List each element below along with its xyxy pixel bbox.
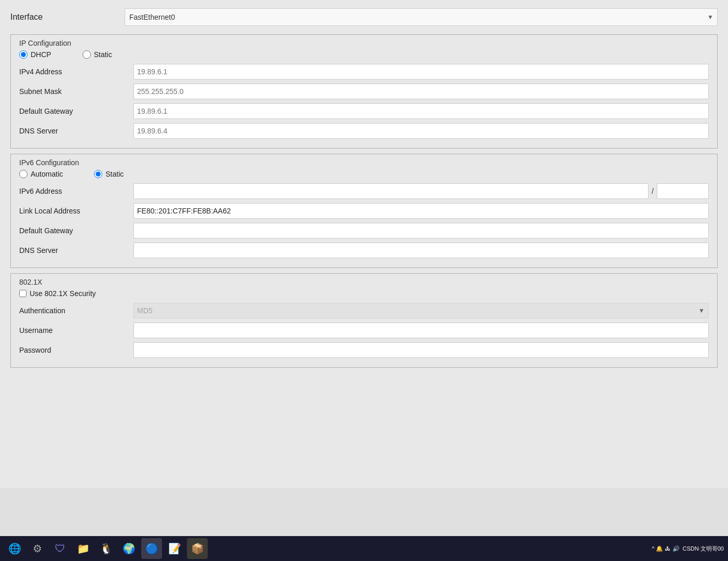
- username-input[interactable]: [133, 323, 709, 338]
- ipv4-address-row: IPv4 Address: [19, 64, 709, 79]
- authentication-row: Authentication MD5 ▼: [19, 303, 709, 318]
- link-local-input[interactable]: [133, 203, 709, 219]
- taskbar-icon-text[interactable]: 📝: [164, 538, 185, 559]
- automatic-radio-item[interactable]: Automatic: [19, 170, 63, 178]
- taskbar-right-area: ^ 🔔 🖧 🔊 CSDN·文明哥00: [652, 545, 724, 553]
- ipv4-section-title: IP Configuration: [19, 39, 709, 47]
- authentication-select[interactable]: MD5: [133, 303, 709, 318]
- ipv4-dns-input[interactable]: [133, 123, 709, 139]
- automatic-radio[interactable]: [19, 170, 28, 178]
- ipv4-gateway-row: Default Gateway: [19, 103, 709, 119]
- dot1x-section: 802.1X Use 802.1X Security Authenticatio…: [10, 273, 718, 368]
- ipv6-input-group: /: [133, 183, 709, 199]
- ipv6-radio-row: Automatic Static: [19, 170, 709, 178]
- taskbar-icon-chat[interactable]: 🐧: [96, 538, 116, 559]
- dhcp-label: DHCP: [31, 50, 51, 59]
- taskbar: 🌐 ⚙ 🛡 📁 🐧 🌍 🔵 📝 📦 ^ 🔔 🖧 🔊 CSDN·文明哥00: [0, 536, 728, 561]
- ipv4-dns-row: DNS Server: [19, 123, 709, 139]
- dot1x-section-title: 802.1X: [19, 278, 709, 286]
- ipv4-static-label: Static: [94, 50, 112, 59]
- taskbar-icon-browser[interactable]: 🌍: [118, 538, 139, 559]
- username-label: Username: [19, 326, 133, 335]
- ipv4-config-section: IP Configuration DHCP Static IPv4 Addres…: [10, 34, 718, 149]
- link-local-row: Link Local Address: [19, 203, 709, 219]
- use-security-row[interactable]: Use 802.1X Security: [19, 289, 709, 298]
- subnet-mask-input[interactable]: [133, 84, 709, 99]
- dhcp-radio-item[interactable]: DHCP: [19, 50, 51, 59]
- ipv6-dns-input[interactable]: [133, 243, 709, 258]
- username-row: Username: [19, 323, 709, 338]
- link-local-label: Link Local Address: [19, 207, 133, 215]
- ipv6-slash: /: [652, 187, 654, 195]
- interface-label: Interface: [10, 12, 125, 22]
- ipv6-address-input[interactable]: [133, 183, 649, 199]
- taskbar-icon-packet-tracer[interactable]: 📦: [187, 538, 208, 559]
- ipv6-static-radio-item[interactable]: Static: [94, 170, 124, 178]
- taskbar-icon-edge[interactable]: 🔵: [141, 538, 162, 559]
- automatic-label: Automatic: [31, 170, 63, 178]
- authentication-dropdown-wrapper[interactable]: MD5 ▼: [133, 303, 709, 318]
- ipv4-radio-row: DHCP Static: [19, 50, 709, 59]
- ipv6-static-radio[interactable]: [94, 170, 102, 178]
- password-input[interactable]: [133, 342, 709, 358]
- taskbar-icon-folder[interactable]: 📁: [73, 538, 93, 559]
- ipv6-address-row: IPv6 Address /: [19, 183, 709, 199]
- use-security-checkbox[interactable]: [19, 290, 26, 297]
- taskbar-icon-network[interactable]: 🌐: [4, 538, 25, 559]
- ipv6-gateway-input[interactable]: [133, 223, 709, 238]
- ipv6-section-title: IPv6 Configuration: [19, 158, 709, 167]
- ipv6-dns-label: DNS Server: [19, 246, 133, 255]
- authentication-label: Authentication: [19, 306, 133, 315]
- use-security-label: Use 802.1X Security: [30, 289, 96, 298]
- taskbar-icon-settings[interactable]: ⚙: [27, 538, 48, 559]
- ipv6-address-label: IPv6 Address: [19, 187, 133, 195]
- ipv6-gateway-label: Default Gateway: [19, 226, 133, 235]
- password-row: Password: [19, 342, 709, 358]
- ipv4-dns-label: DNS Server: [19, 127, 133, 135]
- interface-select[interactable]: FastEthernet0 FastEthernet1: [125, 8, 718, 26]
- ipv6-static-label: Static: [105, 170, 124, 178]
- ipv4-gateway-input[interactable]: [133, 103, 709, 119]
- ipv4-gateway-label: Default Gateway: [19, 107, 133, 115]
- taskbar-branding: CSDN·文明哥00: [683, 545, 724, 553]
- subnet-mask-row: Subnet Mask: [19, 84, 709, 99]
- password-label: Password: [19, 346, 133, 354]
- ipv6-dns-row: DNS Server: [19, 243, 709, 258]
- taskbar-system-tray: ^ 🔔 🖧 🔊: [652, 545, 679, 552]
- taskbar-icon-shield[interactable]: 🛡: [50, 538, 71, 559]
- interface-dropdown-wrapper[interactable]: FastEthernet0 FastEthernet1 ▼: [125, 8, 718, 26]
- ipv6-config-section: IPv6 Configuration Automatic Static IPv6…: [10, 154, 718, 268]
- subnet-mask-label: Subnet Mask: [19, 87, 133, 96]
- ipv4-address-label: IPv4 Address: [19, 68, 133, 76]
- dhcp-radio[interactable]: [19, 50, 28, 59]
- ipv6-prefix-input[interactable]: [657, 183, 709, 199]
- ipv4-static-radio[interactable]: [83, 50, 91, 59]
- ipv4-address-input[interactable]: [133, 64, 709, 79]
- static-radio-item[interactable]: Static: [83, 50, 112, 59]
- ipv6-gateway-row: Default Gateway: [19, 223, 709, 238]
